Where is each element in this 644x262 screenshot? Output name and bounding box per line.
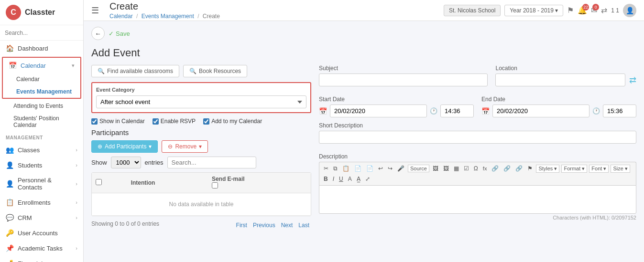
event-top-section: 🔍 Find available classrooms 🔍 Book Resou… <box>91 65 636 230</box>
add-event-title: Add Event <box>91 47 636 59</box>
flag-icon[interactable]: ⚑ <box>526 164 534 173</box>
select-all-checkbox[interactable] <box>96 179 102 185</box>
omega-icon[interactable]: Ω <box>472 164 480 173</box>
breadcrumb-calendar[interactable]: Calendar <box>109 13 133 20</box>
image2-icon[interactable]: 🖼 <box>442 164 450 173</box>
main-area: ☰ Create Calendar / Events Management / … <box>84 0 644 262</box>
mic-icon[interactable]: 🎤 <box>396 164 406 173</box>
end-time-input[interactable] <box>603 105 636 117</box>
sidebar-item-events-management[interactable]: Events Management <box>3 85 80 98</box>
styles-dropdown[interactable]: Styles ▾ <box>536 165 559 173</box>
pagination-next-button[interactable]: Next <box>279 221 295 230</box>
flag-button[interactable]: ⚑ <box>567 6 574 15</box>
avatar[interactable]: 👤 <box>623 4 636 17</box>
cut-icon[interactable]: ✂ <box>322 164 330 173</box>
save-button[interactable]: Save <box>116 30 130 37</box>
sidebar-search-input[interactable] <box>5 30 78 36</box>
sidebar-item-label: Classes <box>18 147 40 154</box>
pagination-first-button[interactable]: First <box>234 221 249 230</box>
location-row: ⇄ <box>495 73 636 86</box>
format-dropdown[interactable]: Format ▾ <box>561 165 587 173</box>
sidebar-item-dashboard[interactable]: 🏠 Dashboard <box>0 41 83 56</box>
table-icon[interactable]: ▦ <box>452 164 460 173</box>
sidebar-item-user-accounts[interactable]: 🔑 User Accounts <box>0 225 83 241</box>
sidebar-item-label: Academic Tasks <box>18 245 63 252</box>
classes-icon: 👥 <box>6 146 14 154</box>
start-date-input[interactable] <box>330 105 427 117</box>
sidebar-item-calendar[interactable]: 📅 Calendar ▾ <box>3 58 80 73</box>
size-dropdown[interactable]: Size ▾ <box>611 165 630 173</box>
location-label: Location <box>495 65 636 72</box>
source-button[interactable]: Source <box>408 165 429 172</box>
italic-button[interactable]: I <box>331 175 336 183</box>
event-left-panel: 🔍 Find available classrooms 🔍 Book Resou… <box>91 65 311 230</box>
sidebar-item-academic-tasks[interactable]: 📌 Academic Tasks › <box>0 241 83 256</box>
image-icon[interactable]: 🖼 <box>431 164 440 173</box>
book-resources-button[interactable]: 🔍 Book Resources <box>183 65 247 77</box>
school-button[interactable]: St. Nicolas School <box>444 5 501 16</box>
fullscreen-button[interactable]: ⤢ <box>364 175 371 183</box>
entries-select[interactable]: 1000 10 25 50 100 <box>111 157 141 168</box>
start-time-input[interactable] <box>440 105 474 117</box>
location-group: Location ⇄ <box>495 65 636 86</box>
fx-icon[interactable]: fx <box>481 165 489 172</box>
sidebar-item-financial[interactable]: 💰 Financial › <box>0 256 83 262</box>
sidebar-item-students[interactable]: 👤 Students › <box>0 157 83 173</box>
event-category-box: Event Category After school event School… <box>91 82 311 113</box>
subject-input[interactable] <box>319 73 488 86</box>
bell-button[interactable]: 🔔 22 <box>578 6 587 15</box>
font-dropdown[interactable]: Font ▾ <box>589 165 609 173</box>
pagination-last-button[interactable]: Last <box>296 221 311 230</box>
breadcrumb-events-management[interactable]: Events Management <box>142 13 194 20</box>
add-participants-button[interactable]: ⊕ Add Participants ▾ <box>91 140 158 153</box>
find-classrooms-button[interactable]: 🔍 Find available classrooms <box>91 65 179 77</box>
enable-rsvp-checkbox[interactable]: Enable RSVP <box>153 118 196 125</box>
mail-button[interactable]: ✉ 0 <box>591 6 597 15</box>
check-icon[interactable]: ☑ <box>462 164 470 173</box>
description-editor[interactable] <box>319 185 636 214</box>
year-button[interactable]: Year 2018 - 2019 ▾ <box>504 5 563 16</box>
participants-search-input[interactable] <box>167 157 256 168</box>
sidebar-item-attending[interactable]: Attending to Events <box>0 100 83 112</box>
link-icon[interactable]: 🔗 <box>490 164 500 173</box>
end-date-input[interactable] <box>492 105 589 117</box>
event-category-select[interactable]: After school event School event Holiday … <box>96 95 306 108</box>
location-input[interactable] <box>495 73 625 86</box>
chevron-right-icon: › <box>76 162 77 168</box>
sidebar: C Classter 🏠 Dashboard 📅 Calendar ▾ Cale… <box>0 0 84 262</box>
font-color-button[interactable]: A <box>347 175 353 183</box>
paste-icon[interactable]: 📋 <box>341 164 351 173</box>
checkboxes-row: Show in Calendar Enable RSVP Add to my C… <box>91 118 311 125</box>
paste-text-icon[interactable]: 📄 <box>353 164 363 173</box>
back-button[interactable]: ← <box>91 27 105 40</box>
add-to-my-calendar-checkbox[interactable]: Add to my Calendar <box>203 118 262 125</box>
sidebar-search-area[interactable] <box>0 25 83 41</box>
sidebar-item-crm[interactable]: 💬 CRM › <box>0 210 83 225</box>
short-description-input[interactable] <box>319 131 636 144</box>
sidebar-item-personnel[interactable]: 👤 Personnel & Contacts › <box>0 173 83 195</box>
sidebar-item-enrollments[interactable]: 📋 Enrollments › <box>0 195 83 210</box>
link3-icon[interactable]: 🔗 <box>514 164 524 173</box>
sidebar-item-position-calendar[interactable]: Students' Position Calendar <box>0 112 83 131</box>
underline-button[interactable]: U <box>338 175 345 183</box>
sidebar-item-calendar-sub[interactable]: Calendar <box>3 73 80 85</box>
pagination-info: Showing 0 to 0 of 0 entries <box>91 220 234 227</box>
redo-icon[interactable]: ↪ <box>386 164 394 173</box>
bold-button[interactable]: B <box>322 175 329 183</box>
link2-icon[interactable]: 🔗 <box>502 164 512 173</box>
undo-icon[interactable]: ↩ <box>377 164 384 173</box>
share-button[interactable]: ⇄ <box>601 6 607 15</box>
send-email-all-checkbox[interactable] <box>212 182 218 189</box>
sidebar-item-classes[interactable]: 👥 Classes › <box>0 142 83 157</box>
highlight-button[interactable]: A̲ <box>355 175 362 183</box>
add-to-my-calendar-label: Add to my Calendar <box>211 118 262 125</box>
paste-word-icon[interactable]: 📄 <box>365 164 375 173</box>
swap-icon[interactable]: ⇄ <box>629 75 636 86</box>
pagination-previous-button[interactable]: Previous <box>251 221 277 230</box>
show-in-calendar-checkbox[interactable]: Show in Calendar <box>91 118 145 125</box>
copy-icon[interactable]: ⧉ <box>332 164 339 173</box>
hamburger-icon[interactable]: ☰ <box>91 5 99 16</box>
chevron-right-icon: › <box>76 147 77 153</box>
remove-button[interactable]: ⊖ Remove ▾ <box>162 140 208 153</box>
col-checkbox <box>92 173 127 193</box>
